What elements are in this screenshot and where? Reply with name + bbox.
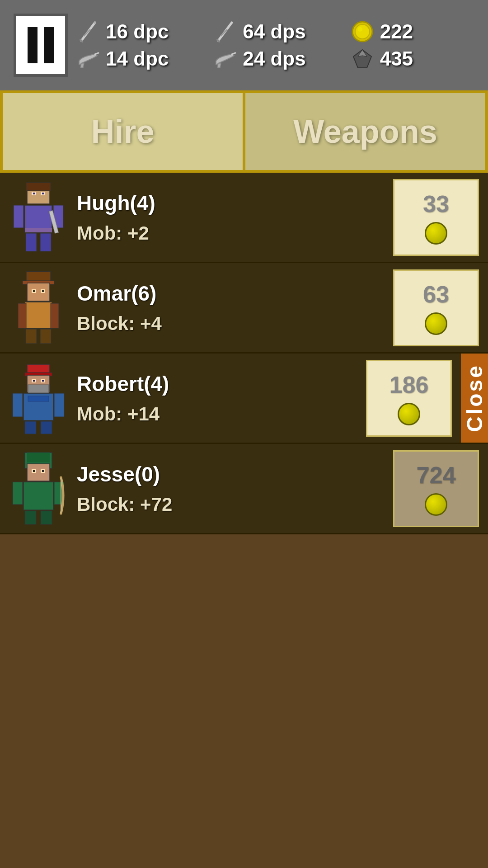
svg-rect-38 xyxy=(40,329,51,344)
svg-rect-59 xyxy=(42,470,44,472)
merc-stat-omar: Block: +4 xyxy=(77,313,384,335)
svg-rect-54 xyxy=(27,453,50,462)
close-button[interactable]: Close xyxy=(461,354,488,443)
merc-stat-hugh: Mob: +2 xyxy=(77,222,384,244)
gun-dpc-value: 14 dpc xyxy=(106,47,169,70)
sword2-icon xyxy=(214,20,236,43)
svg-line-5 xyxy=(217,40,219,42)
tab-weapons[interactable]: Weapons xyxy=(245,93,485,170)
svg-rect-21 xyxy=(25,228,52,232)
avatar-hugh xyxy=(9,179,68,256)
svg-rect-34 xyxy=(25,302,52,328)
close-label: Close xyxy=(462,364,487,432)
merc-info-hugh: Hugh(4) Mob: +2 xyxy=(77,191,384,244)
svg-line-3 xyxy=(84,29,90,36)
svg-line-10 xyxy=(95,53,99,54)
cost-value-omar: 63 xyxy=(423,281,449,308)
svg-rect-55 xyxy=(27,464,50,481)
svg-rect-23 xyxy=(40,233,51,251)
svg-line-2 xyxy=(80,40,82,42)
cost-coin-robert xyxy=(398,403,420,425)
pause-bar-right xyxy=(44,27,54,63)
svg-rect-52 xyxy=(54,393,64,417)
merc-name-robert: Robert(4) xyxy=(77,372,357,396)
sword-icon xyxy=(77,20,99,43)
svg-point-8 xyxy=(355,24,370,39)
cost-value-robert: 186 xyxy=(389,371,429,398)
gun-dps-value: 24 dps xyxy=(243,47,305,70)
gem-value: 435 xyxy=(380,47,413,70)
merc-stat-robert: Mob: +14 xyxy=(77,403,357,425)
merc-row-robert[interactable]: Robert(4) Mob: +14 186 Close xyxy=(0,354,488,444)
svg-line-6 xyxy=(221,29,227,36)
svg-rect-60 xyxy=(23,482,53,510)
svg-rect-22 xyxy=(26,233,37,251)
stat-gun-dpc: 14 dpc xyxy=(77,47,200,70)
svg-rect-45 xyxy=(33,380,35,382)
svg-rect-49 xyxy=(25,421,36,434)
sword-dps-value: 64 dps xyxy=(243,20,305,43)
svg-rect-50 xyxy=(41,421,52,434)
svg-rect-48 xyxy=(28,396,49,401)
svg-line-11 xyxy=(232,53,235,54)
merc-list: Hugh(4) Mob: +2 33 xyxy=(0,173,488,534)
merc-row-hugh[interactable]: Hugh(4) Mob: +2 33 xyxy=(0,173,488,263)
merc-name-hugh: Hugh(4) xyxy=(77,191,384,215)
pause-button[interactable] xyxy=(14,14,68,77)
cost-value-hugh: 33 xyxy=(423,190,449,217)
tab-hire[interactable]: Hire xyxy=(3,93,243,170)
merc-info-jesse: Jesse(0) Block: +72 xyxy=(77,462,384,515)
svg-rect-39 xyxy=(27,364,50,373)
svg-rect-63 xyxy=(13,482,23,505)
cost-box-hugh[interactable]: 33 xyxy=(393,179,479,256)
svg-rect-18 xyxy=(33,193,35,194)
stat-gem: 435 xyxy=(351,47,474,70)
pause-bar-left xyxy=(28,27,38,63)
merc-row-omar[interactable]: Omar(6) Block: +4 63 xyxy=(0,263,488,354)
svg-rect-27 xyxy=(26,272,51,282)
merc-name-jesse: Jesse(0) xyxy=(77,462,384,486)
svg-rect-32 xyxy=(33,290,35,292)
svg-rect-19 xyxy=(42,193,44,194)
stat-coin: 222 xyxy=(351,20,474,43)
cost-coin-jesse xyxy=(425,493,447,516)
cost-coin-omar xyxy=(425,312,447,335)
svg-rect-36 xyxy=(51,303,59,328)
avatar-omar xyxy=(9,269,68,346)
merc-name-omar: Omar(6) xyxy=(77,281,384,306)
stat-gun-dps: 24 dps xyxy=(214,47,337,70)
stat-sword-dps: 64 dps xyxy=(214,20,337,43)
gold-coin-icon xyxy=(351,20,374,43)
svg-rect-46 xyxy=(42,380,44,382)
svg-rect-33 xyxy=(42,290,44,292)
stat-sword-dpc: 16 dpc xyxy=(77,20,200,43)
svg-rect-15 xyxy=(26,183,51,191)
svg-rect-37 xyxy=(26,329,37,344)
sword-dpc-value: 16 dpc xyxy=(106,20,169,43)
merc-row-jesse[interactable]: Jesse(0) Block: +72 724 xyxy=(0,444,488,534)
tabs: Hire Weapons xyxy=(0,90,488,173)
svg-rect-29 xyxy=(27,283,50,301)
merc-info-omar: Omar(6) Block: +4 xyxy=(77,281,384,335)
pistol2-icon xyxy=(214,47,236,70)
gem-icon xyxy=(351,47,374,70)
svg-rect-35 xyxy=(18,303,26,328)
coin-value: 222 xyxy=(380,20,413,43)
svg-point-9 xyxy=(358,27,362,32)
avatar-jesse xyxy=(9,450,68,527)
svg-rect-58 xyxy=(33,470,35,472)
cost-coin-hugh xyxy=(425,222,447,245)
svg-rect-24 xyxy=(14,205,23,228)
svg-rect-61 xyxy=(25,511,36,524)
svg-rect-62 xyxy=(41,511,52,524)
stats-grid: 16 dpc 64 dps 222 xyxy=(77,20,474,70)
cost-box-omar[interactable]: 63 xyxy=(393,269,479,346)
cost-value-jesse: 724 xyxy=(417,462,456,489)
svg-rect-42 xyxy=(28,385,49,393)
header: 16 dpc 64 dps 222 xyxy=(0,0,488,90)
avatar-robert xyxy=(9,360,68,437)
cost-box-robert[interactable]: 186 xyxy=(366,360,452,437)
pistol-icon xyxy=(77,47,99,70)
cost-box-jesse[interactable]: 724 xyxy=(393,450,479,527)
svg-rect-51 xyxy=(13,393,23,417)
